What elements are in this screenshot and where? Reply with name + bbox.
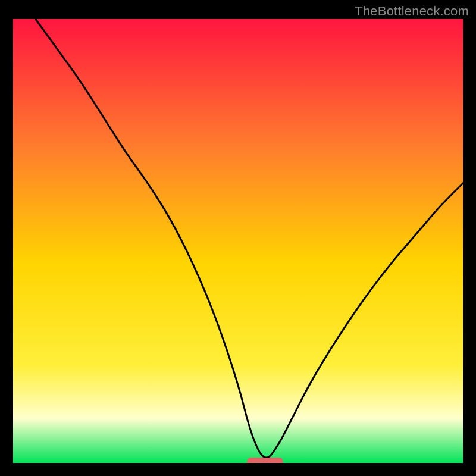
plot-area — [13, 19, 463, 463]
minimum-marker — [247, 458, 283, 463]
watermark-text: TheBottleneck.com — [355, 4, 469, 19]
chart-frame: TheBottleneck.com — [0, 0, 476, 476]
gradient-background — [13, 19, 463, 463]
bottleneck-chart-svg — [13, 19, 463, 463]
